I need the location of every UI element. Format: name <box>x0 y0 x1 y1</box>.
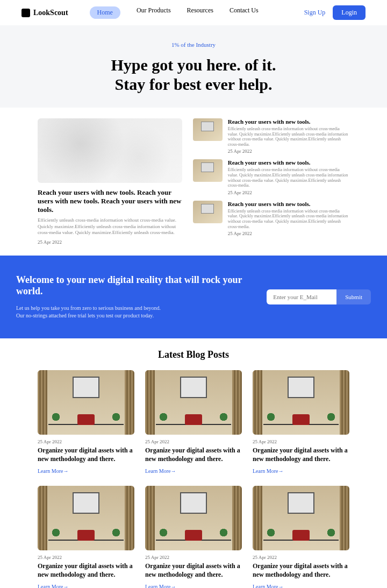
side-card-image <box>193 159 223 182</box>
blog-card-image <box>253 370 349 435</box>
learn-more-link[interactable]: Learn More→ <box>253 468 283 474</box>
learn-more-link[interactable]: Learn More→ <box>38 584 68 588</box>
blog-card-image <box>253 486 349 550</box>
blog-card-date: 25 Apr 2022 <box>145 555 242 560</box>
blog-card[interactable]: 25 Apr 2022 Organize your digital assets… <box>145 370 242 475</box>
side-card-date: 25 Apr 2022 <box>228 231 349 236</box>
blog-grid: 25 Apr 2022 Organize your digital assets… <box>38 370 349 588</box>
blog-card-date: 25 Apr 2022 <box>253 555 349 560</box>
blog-card-image <box>38 486 134 550</box>
side-card-body: Efficiently unleash cross-media informat… <box>228 126 349 147</box>
blog-card[interactable]: 25 Apr 2022 Organize your digital assets… <box>253 370 349 475</box>
nav-resources[interactable]: Resources <box>187 6 213 19</box>
logo-text: LookScout <box>33 9 68 17</box>
side-card[interactable]: Reach your users with new tools. Efficie… <box>193 118 349 154</box>
featured-content: Reach your users with new tools. Reach y… <box>0 108 387 256</box>
learn-more-link[interactable]: Learn More→ <box>253 584 283 588</box>
blog-card-image <box>38 370 134 435</box>
nav-links: Home Our Products Resources Contact Us <box>90 6 259 19</box>
blog-card-date: 25 Apr 2022 <box>38 555 134 560</box>
blog-card[interactable]: 25 Apr 2022 Organize your digital assets… <box>38 486 134 588</box>
side-card-title: Reach your users with new tools. <box>228 159 349 166</box>
top-nav: LookScout Home Our Products Resources Co… <box>0 0 387 25</box>
hero: 1% of the Industry Hype got you here. of… <box>0 25 387 108</box>
featured-big-title: Reach your users with new tools. Reach y… <box>38 188 182 214</box>
nav-contact[interactable]: Contact Us <box>230 6 259 19</box>
side-card-body: Efficiently unleash cross-media informat… <box>228 209 349 229</box>
learn-more-link[interactable]: Learn More→ <box>145 468 176 474</box>
blog-section: Latest Blog Posts 25 Apr 2022 Organize y… <box>0 338 387 588</box>
blog-card-date: 25 Apr 2022 <box>38 439 134 444</box>
featured-big-card[interactable]: Reach your users with new tools. Reach y… <box>38 118 182 245</box>
blog-card-title: Organize your digital assets with a new … <box>253 447 349 463</box>
featured-side-list: Reach your users with new tools. Efficie… <box>193 118 349 245</box>
blog-card[interactable]: 25 Apr 2022 Organize your digital assets… <box>253 486 349 588</box>
nav-products[interactable]: Our Products <box>137 6 171 19</box>
side-card-date: 25 Apr 2022 <box>228 148 349 154</box>
hero-title: Hype got you here. of it. Stay for best … <box>0 55 387 94</box>
featured-big-image <box>38 118 182 183</box>
blog-card-title: Organize your digital assets with a new … <box>38 447 134 463</box>
blog-card-date: 25 Apr 2022 <box>145 439 242 444</box>
blog-card-title: Organize your digital assets with a new … <box>38 562 134 579</box>
email-input[interactable] <box>267 289 336 304</box>
hero-tag: 1% of the Industry <box>0 41 387 48</box>
cta-banner: Welcome to your new digital reality that… <box>0 256 387 338</box>
nav-home[interactable]: Home <box>90 6 120 19</box>
blog-card-date: 25 Apr 2022 <box>253 439 349 444</box>
logo[interactable]: LookScout <box>22 9 68 17</box>
login-button[interactable]: Login <box>333 5 366 20</box>
blog-card-title: Organize your digital assets with a new … <box>253 562 349 579</box>
blog-card[interactable]: 25 Apr 2022 Organize your digital assets… <box>145 486 242 588</box>
logo-icon <box>22 9 30 17</box>
cta-title: Welcome to your new digital reality that… <box>16 274 267 297</box>
side-card-body: Efficiently unleash cross-media informat… <box>228 167 349 188</box>
blog-card-image <box>145 370 242 435</box>
side-card-image <box>193 201 223 223</box>
blog-card-title: Organize your digital assets with a new … <box>145 562 242 579</box>
learn-more-link[interactable]: Learn More→ <box>145 584 176 588</box>
featured-big-body: Efficiently unleash cross-media informat… <box>38 217 182 236</box>
learn-more-link[interactable]: Learn More→ <box>38 468 68 474</box>
signup-link[interactable]: Sign Up <box>304 9 326 17</box>
side-card-title: Reach your users with new tools. <box>228 118 349 125</box>
blog-card[interactable]: 25 Apr 2022 Organize your digital assets… <box>38 370 134 475</box>
cta-body: Let us help you take you from zero to se… <box>16 304 267 320</box>
side-card[interactable]: Reach your users with new tools. Efficie… <box>193 201 349 236</box>
side-card-title: Reach your users with new tools. <box>228 201 349 207</box>
blog-section-title: Latest Blog Posts <box>38 349 349 360</box>
featured-big-date: 25 Apr 2022 <box>38 239 182 245</box>
blog-card-image <box>145 486 242 550</box>
blog-card-title: Organize your digital assets with a new … <box>145 447 242 463</box>
side-card-image <box>193 118 223 141</box>
submit-button[interactable]: Submit <box>336 289 371 304</box>
side-card-date: 25 Apr 2022 <box>228 190 349 195</box>
side-card[interactable]: Reach your users with new tools. Efficie… <box>193 159 349 195</box>
